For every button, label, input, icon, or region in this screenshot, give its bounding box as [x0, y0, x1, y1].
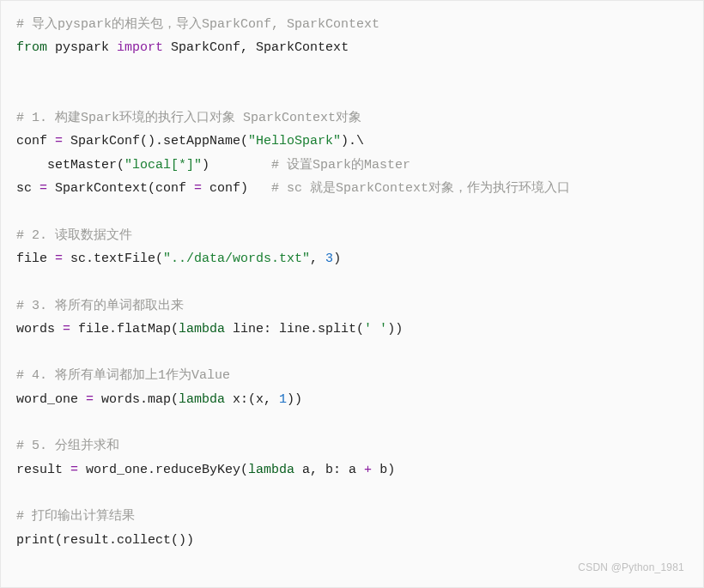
lambda-body: x:(x,: [225, 392, 279, 407]
module-name: pyspark: [55, 40, 109, 55]
operator-eq: =: [63, 322, 70, 336]
lambda-body: b): [372, 463, 395, 477]
watermark: CSDN @Python_1981: [578, 561, 684, 573]
operator-eq: =: [86, 392, 94, 407]
comment: # 设置Spark的Master: [271, 158, 410, 173]
variable: word_one: [16, 392, 86, 407]
comment: # 4. 将所有单词都加上1作为Value: [16, 368, 230, 383]
call: file.flatMap(: [70, 322, 179, 336]
number-literal: 1: [279, 392, 287, 407]
variable: file: [16, 252, 55, 266]
builtin-print: print: [16, 533, 55, 548]
keyword-import: import: [117, 40, 163, 55]
string-literal: "../data/words.txt": [163, 252, 310, 266]
keyword-lambda: lambda: [179, 392, 225, 407]
keyword-from: from: [16, 40, 47, 55]
call: words.map(: [94, 392, 179, 407]
string-literal: "local[*]": [124, 158, 202, 173]
number-literal: 3: [325, 252, 333, 266]
comment: # 1. 构建Spark环境的执行入口对象 SparkContext对象: [16, 111, 361, 125]
variable: sc: [16, 181, 39, 196]
variable: result: [16, 463, 70, 477]
call-chain: SparkConf().setAppName(: [63, 134, 248, 149]
comment: # sc 就是SparkContext对象，作为执行环境入口: [271, 181, 570, 196]
operator-eq: =: [70, 463, 78, 477]
keyword-lambda: lambda: [179, 322, 225, 336]
line-continuation: ).\: [341, 134, 364, 149]
call-args: (result.collect()): [55, 533, 194, 548]
call: sc.textFile(: [63, 252, 163, 266]
paren-close: )): [387, 322, 403, 336]
keyword-lambda: lambda: [248, 463, 294, 477]
string-literal: "HelloSpark": [248, 134, 341, 149]
call: word_one.reduceByKey(: [78, 463, 248, 477]
lambda-body: line: line.split(: [225, 322, 364, 336]
import-names: SparkConf, SparkContext: [171, 40, 349, 55]
comment: # 打印输出计算结果: [16, 509, 135, 524]
paren-close: ): [333, 252, 341, 266]
variable: words: [16, 322, 63, 336]
operator-eq: =: [194, 181, 202, 196]
paren-close: ): [202, 158, 271, 173]
call-chain: setMaster(: [16, 158, 124, 173]
comment: # 5. 分组并求和: [16, 439, 119, 453]
comma: ,: [310, 252, 325, 266]
comment: # 3. 将所有的单词都取出来: [16, 299, 184, 313]
operator-plus: +: [364, 463, 372, 477]
string-literal: ' ': [364, 322, 387, 336]
comment: # 导入pyspark的相关包，导入SparkConf, SparkContex…: [16, 17, 379, 32]
comment: # 2. 读取数据文件: [16, 228, 132, 243]
call: SparkContext(conf: [47, 181, 194, 196]
code-block: # 导入pyspark的相关包，导入SparkConf, SparkContex…: [1, 1, 703, 564]
paren-close: )): [287, 392, 302, 407]
operator-eq: =: [39, 181, 47, 196]
variable: conf: [16, 134, 55, 149]
operator-eq: =: [55, 134, 63, 149]
operator-eq: =: [55, 252, 63, 266]
lambda-args: a, b: a: [294, 463, 364, 477]
arg: conf): [202, 181, 271, 196]
